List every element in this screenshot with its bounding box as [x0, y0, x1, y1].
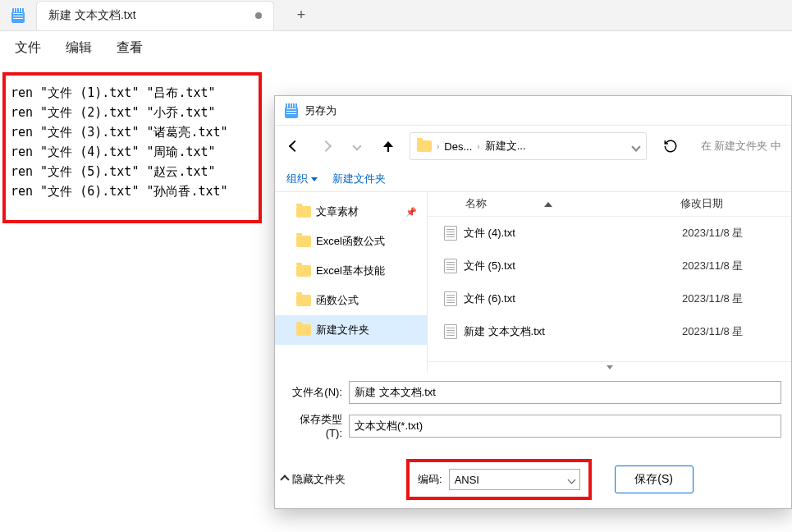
tree-item[interactable]: Excel函数公式	[275, 227, 427, 256]
dialog-nav-bar: › Des... › 新建文... 在 新建文件夹 中	[275, 126, 791, 167]
tab-title: 新建 文本文档.txt	[48, 8, 136, 23]
encoding-label: 编码:	[418, 472, 442, 487]
folder-icon	[296, 206, 311, 218]
save-button-label: 保存(S)	[634, 472, 673, 487]
file-name: 新建 文本文档.txt	[464, 324, 545, 339]
file-panel: 名称 修改日期 文件 (4).txt2023/11/8 星文件 (5).txt2…	[428, 192, 791, 373]
document-tab[interactable]: 新建 文本文档.txt	[36, 1, 274, 30]
sort-asc-icon	[544, 202, 552, 207]
nav-back-button[interactable]	[285, 136, 304, 156]
tree-item[interactable]: Excel基本技能	[275, 256, 427, 286]
filename-label: 文件名(N):	[285, 385, 342, 400]
file-row[interactable]: 文件 (6).txt2023/11/8 星	[428, 282, 791, 315]
file-name: 文件 (6).txt	[464, 291, 515, 306]
dropdown-icon	[311, 177, 318, 181]
scroll-down-icon[interactable]	[428, 361, 791, 373]
file-list-header: 名称 修改日期	[428, 192, 791, 217]
file-row[interactable]: 文件 (5).txt2023/11/8 星	[428, 250, 791, 282]
tree-item[interactable]: 函数公式	[275, 286, 427, 315]
editor-content[interactable]: ren "文件 (1).txt" "吕布.txt" ren "文件 (2).tx…	[2, 72, 262, 223]
tab-bar: 新建 文本文档.txt +	[0, 0, 792, 31]
file-icon	[444, 291, 457, 306]
organize-button[interactable]: 组织	[286, 172, 318, 186]
folder-icon	[296, 295, 311, 306]
file-name: 文件 (5).txt	[464, 259, 515, 273]
new-folder-button[interactable]: 新建文件夹	[332, 172, 386, 186]
file-date: 2023/11/8 星	[682, 226, 743, 241]
file-row[interactable]: 新建 文本文档.txt2023/11/8 星	[428, 315, 791, 348]
folder-icon	[296, 324, 311, 336]
menu-file[interactable]: 文件	[10, 38, 46, 58]
folder-icon	[417, 140, 432, 152]
save-button[interactable]: 保存(S)	[615, 466, 694, 493]
filetype-select[interactable]	[349, 415, 781, 438]
menu-view[interactable]: 查看	[112, 38, 148, 58]
filename-input[interactable]	[349, 381, 781, 404]
breadcrumb-item[interactable]: 新建文...	[485, 139, 526, 154]
file-date: 2023/11/8 星	[682, 291, 743, 306]
dialog-toolbar: 组织 新建文件夹	[275, 167, 791, 192]
tree-item-label: 文章素材	[316, 204, 359, 219]
nav-up-button[interactable]	[378, 136, 398, 156]
breadcrumb-sep-icon: ›	[477, 142, 479, 151]
tree-item-label: 函数公式	[316, 293, 359, 308]
column-name[interactable]: 名称	[428, 192, 666, 216]
new-tab-button[interactable]: +	[289, 3, 314, 28]
hide-folders-toggle[interactable]: 隐藏文件夹	[282, 472, 346, 487]
file-row[interactable]: 文件 (4).txt2023/11/8 星	[428, 217, 791, 250]
encoding-value: ANSI	[455, 474, 479, 486]
hide-folders-label: 隐藏文件夹	[292, 472, 346, 487]
breadcrumb-item[interactable]: Des...	[444, 140, 472, 153]
dialog-fields: 文件名(N): 保存类型(T):	[275, 373, 791, 451]
notepad-app-icon	[0, 8, 36, 23]
file-name: 文件 (4).txt	[464, 226, 515, 241]
dialog-footer: 隐藏文件夹 编码: ANSI 保存(S)	[275, 451, 791, 508]
breadcrumb-sep-icon: ›	[437, 142, 439, 151]
column-date-label: 修改日期	[680, 197, 723, 211]
addr-dropdown-icon[interactable]	[633, 140, 639, 153]
save-as-dialog: 另存为 › Des... › 新建文... 在 新建文件夹 中 组织 新建文件夹…	[274, 95, 792, 509]
file-date: 2023/11/8 星	[682, 324, 743, 339]
nav-forward-button[interactable]	[316, 136, 336, 156]
address-bar[interactable]: › Des... › 新建文...	[410, 132, 647, 160]
encoding-select[interactable]: ANSI	[449, 469, 580, 490]
chevron-up-icon	[280, 475, 289, 484]
column-date[interactable]: 修改日期	[666, 192, 791, 216]
menu-edit[interactable]: 编辑	[61, 38, 97, 58]
search-input[interactable]: 在 新建文件夹 中	[701, 139, 781, 154]
chevron-down-icon	[567, 475, 575, 484]
dialog-title: 另存为	[304, 103, 336, 118]
dialog-body: 文章素材📌Excel函数公式Excel基本技能函数公式新建文件夹 名称 修改日期…	[275, 192, 791, 373]
file-icon	[444, 324, 457, 339]
tree-item-label: 新建文件夹	[316, 323, 369, 337]
refresh-button[interactable]	[658, 134, 683, 158]
tree-item[interactable]: 文章素材📌	[275, 197, 427, 227]
filetype-label: 保存类型(T):	[285, 412, 342, 439]
menu-bar: 文件 编辑 查看	[0, 31, 792, 66]
file-icon	[444, 259, 457, 273]
column-name-label: 名称	[465, 197, 487, 211]
nav-history-button[interactable]	[347, 136, 367, 156]
tree-item[interactable]: 新建文件夹	[275, 315, 427, 345]
folder-icon	[296, 236, 311, 247]
file-list: 文件 (4).txt2023/11/8 星文件 (5).txt2023/11/8…	[428, 217, 791, 361]
organize-label: 组织	[286, 172, 308, 186]
folder-tree: 文章素材📌Excel函数公式Excel基本技能函数公式新建文件夹	[275, 192, 428, 373]
tree-item-label: Excel函数公式	[316, 234, 385, 249]
dialog-titlebar: 另存为	[275, 96, 791, 126]
notepad-icon	[285, 103, 298, 118]
file-icon	[444, 226, 457, 241]
folder-icon	[296, 265, 311, 277]
file-date: 2023/11/8 星	[682, 259, 743, 273]
tree-item-label: Excel基本技能	[316, 264, 385, 278]
pin-icon: 📌	[405, 207, 417, 218]
unsaved-indicator-icon	[255, 12, 262, 19]
encoding-group: 编码: ANSI	[406, 459, 592, 500]
